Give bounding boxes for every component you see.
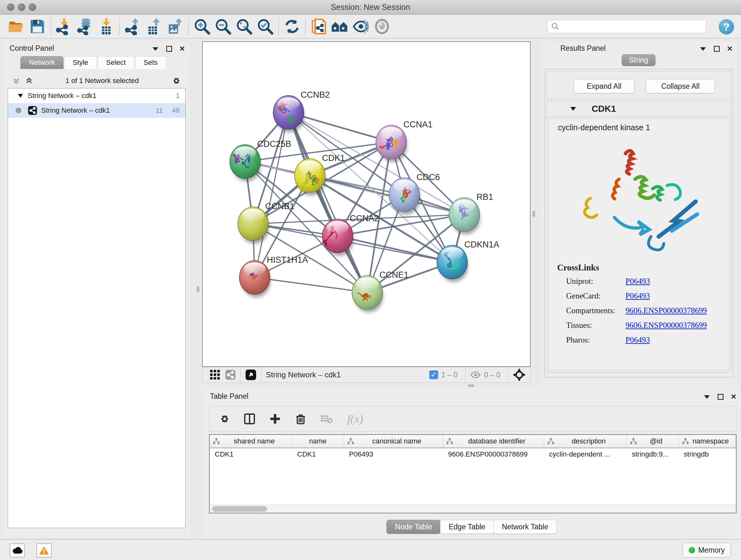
crosslink-pharos-link[interactable]: P06493 — [625, 335, 650, 345]
show-details-button[interactable] — [372, 17, 393, 36]
network-node-CDK1[interactable] — [294, 159, 325, 192]
scrollbar-thumb[interactable] — [212, 506, 267, 512]
toolbar-separator — [119, 18, 120, 35]
tab-network-table[interactable]: Network Table — [493, 520, 557, 534]
export-table-button[interactable] — [144, 17, 165, 36]
table-row[interactable]: CDK1CDK1P064939606.ENSP00000378699cyclin… — [210, 448, 736, 462]
delete-column-icon[interactable] — [295, 413, 307, 425]
crosslink-compartments-link[interactable]: 9606.ENSP00000378699 — [625, 306, 707, 315]
expand-all-button[interactable]: Expand All — [574, 79, 634, 93]
network-node-CDKN1A[interactable] — [437, 245, 468, 279]
column-header-namespace[interactable]: namespace — [679, 435, 736, 448]
export-image-button[interactable] — [165, 17, 186, 36]
table-cell[interactable]: 9606.ENSP00000378699 — [443, 448, 544, 462]
crosslink-genecard-link[interactable]: P06493 — [625, 292, 650, 300]
edge-CCNA2-CDKN1A[interactable] — [338, 236, 452, 262]
fit-selected-icon[interactable] — [513, 368, 526, 381]
show-columns-icon[interactable] — [244, 413, 255, 425]
share-view-icon[interactable] — [225, 369, 236, 380]
close-panel-icon[interactable]: ✕ — [179, 45, 185, 53]
import-network-from-file-button[interactable] — [54, 17, 75, 36]
network-node-CCNB1[interactable] — [238, 207, 268, 241]
network-collection-row[interactable]: String Network – cdk1 1 — [8, 88, 185, 103]
network-node-CCNB2[interactable] — [273, 96, 304, 129]
cloud-button[interactable] — [10, 543, 25, 557]
edge-HIST1H1A-CCNE1[interactable] — [255, 277, 367, 293]
float-panel-icon[interactable] — [714, 46, 720, 52]
zoom-in-button[interactable] — [192, 17, 212, 36]
gear-icon[interactable] — [171, 76, 181, 85]
string-network-graph[interactable]: CCNB2CCNA1CDC25BCDK1CDC6RB1CCNB1CCNA2CDK… — [203, 42, 530, 367]
network-canvas[interactable]: CCNB2CCNA1CDC25BCDK1CDC6RB1CCNB1CCNA2CDK… — [202, 42, 530, 367]
tab-edge-table[interactable]: Edge Table — [440, 520, 494, 534]
table-cell[interactable]: cyclin-dependent ... — [544, 448, 627, 462]
column-header-database-identifier[interactable]: database identifier — [443, 435, 544, 448]
column-header-shared-name[interactable]: shared name — [210, 435, 292, 448]
column-header--id[interactable]: @id — [627, 435, 679, 448]
collapse-all-button[interactable]: Collapse All — [646, 79, 715, 93]
panel-menu-icon[interactable] — [703, 395, 711, 399]
cdk1-section-header[interactable]: CDK1 — [547, 101, 731, 117]
warning-button[interactable] — [37, 543, 52, 557]
left-splitter-handle[interactable] — [197, 286, 199, 293]
network-node-CCNA1[interactable] — [376, 125, 407, 159]
zoom-selected-button[interactable] — [255, 17, 276, 36]
float-panel-icon[interactable] — [166, 46, 172, 52]
tab-string[interactable]: String — [622, 54, 656, 66]
tab-style[interactable]: Style — [64, 56, 97, 69]
apply-layout-button[interactable] — [281, 17, 302, 36]
table-cell[interactable]: stringdb — [679, 448, 736, 462]
network-node-CDC25B[interactable] — [230, 145, 260, 179]
panel-menu-icon[interactable] — [152, 47, 159, 51]
close-panel-icon[interactable]: ✕ — [731, 393, 737, 401]
crosslink-tissues-link[interactable]: 9606.ENSP00000378699 — [625, 321, 707, 330]
node-label-CDK1: CDK1 — [322, 153, 345, 163]
expand-all-icon[interactable] — [25, 77, 33, 85]
table-cell[interactable]: CDK1 — [292, 448, 344, 462]
string-document-button[interactable] — [308, 17, 329, 36]
help-button[interactable]: ? — [719, 19, 734, 35]
search-input[interactable] — [547, 20, 706, 33]
zoom-fit-button[interactable] — [233, 17, 255, 36]
memory-button[interactable]: Memory — [683, 543, 731, 557]
right-splitter-handle[interactable] — [532, 211, 535, 217]
network-node-CDC6[interactable] — [389, 178, 420, 212]
zoom-out-button[interactable] — [212, 17, 233, 36]
birdseye-view-icon[interactable] — [245, 369, 257, 381]
network-node-RB1[interactable] — [449, 198, 480, 232]
table-cell[interactable]: stringdb:9... — [627, 448, 679, 462]
add-column-icon[interactable] — [269, 413, 281, 425]
horizontal-scrollbar[interactable] — [210, 504, 736, 513]
edge-CCNB2-HIST1H1A[interactable] — [255, 112, 288, 277]
column-header-name[interactable]: name — [292, 435, 344, 448]
panel-menu-icon[interactable] — [699, 47, 706, 51]
tab-sets[interactable]: Sets — [135, 56, 166, 69]
selected-checkbox[interactable]: ✓ — [429, 370, 438, 379]
table-cell[interactable]: CDK1 — [210, 448, 292, 462]
column-header-canonical-name[interactable]: canonical name — [344, 435, 443, 448]
hide-details-button[interactable] — [350, 17, 372, 36]
grid-view-icon[interactable] — [210, 369, 220, 380]
crosslink-uniprot-link[interactable]: P06493 — [625, 277, 650, 286]
export-network-button[interactable] — [123, 17, 144, 36]
network-node-CCNE1[interactable] — [352, 275, 383, 309]
save-session-button[interactable] — [27, 17, 48, 36]
tree-expand-icon[interactable] — [17, 94, 23, 98]
network-node-HIST1H1A[interactable] — [239, 260, 270, 294]
table-cell[interactable]: P06493 — [344, 448, 443, 462]
column-header-description[interactable]: description — [544, 435, 627, 448]
tab-node-table[interactable]: Node Table — [387, 520, 441, 534]
float-panel-icon[interactable] — [718, 394, 724, 400]
string-home-button[interactable] — [329, 17, 350, 36]
tab-select[interactable]: Select — [98, 56, 134, 69]
collapse-all-icon[interactable] — [12, 77, 20, 85]
open-session-button[interactable] — [6, 17, 27, 36]
section-collapse-icon[interactable] — [570, 107, 576, 111]
network-row-selected[interactable]: String Network – cdk1 11 48 — [8, 103, 185, 118]
import-network-from-database-button[interactable] — [75, 17, 96, 36]
import-table-from-file-button[interactable] — [96, 17, 117, 36]
tab-network[interactable]: Network — [20, 56, 64, 69]
network-node-CCNA2[interactable] — [322, 219, 353, 253]
close-panel-icon[interactable]: ✕ — [727, 45, 733, 53]
table-gear-icon[interactable] — [218, 413, 230, 425]
